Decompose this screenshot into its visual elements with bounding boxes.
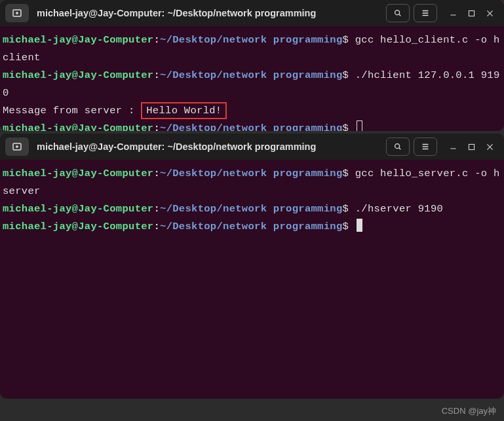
prompt-path: ~/Desktop/network programming — [160, 69, 342, 81]
prompt-dollar: $ — [343, 69, 349, 81]
svg-point-3 — [395, 10, 400, 15]
prompt-path: ~/Desktop/network programming — [160, 34, 342, 46]
terminal-line: michael-jay@Jay-Computer:~/Desktop/netwo… — [3, 165, 501, 200]
prompt-user: michael-jay@Jay-Computer — [3, 122, 153, 131]
prompt-path: ~/Desktop/network programming — [160, 203, 342, 215]
terminal-window-server: michael-jay@Jay-Computer: ~/Desktop/netw… — [0, 134, 504, 399]
terminal-line: michael-jay@Jay-Computer:~/Desktop/netwo… — [3, 200, 501, 218]
prompt-dollar: $ — [343, 221, 349, 232]
prompt-path: ~/Desktop/network programming — [160, 221, 342, 232]
new-tab-button[interactable] — [5, 4, 29, 22]
prompt-path: ~/Desktop/network programming — [160, 168, 342, 179]
terminal-window-client: michael-jay@Jay-Computer: ~/Desktop/netw… — [0, 0, 504, 131]
close-button[interactable] — [484, 8, 495, 18]
svg-line-4 — [399, 14, 401, 16]
prompt-user: michael-jay@Jay-Computer — [3, 221, 153, 232]
prompt-dollar: $ — [343, 34, 349, 46]
titlebar: michael-jay@Jay-Computer: ~/Desktop/netw… — [0, 134, 504, 160]
cursor-icon — [357, 120, 362, 131]
search-button[interactable] — [386, 137, 410, 156]
prompt-dollar: $ — [343, 168, 349, 179]
prompt-colon: : — [153, 69, 160, 81]
prompt-user: michael-jay@Jay-Computer — [3, 168, 153, 179]
prompt-dollar: $ — [343, 122, 349, 131]
minimize-button[interactable] — [448, 8, 458, 18]
search-button[interactable] — [386, 4, 410, 22]
close-button[interactable] — [484, 141, 495, 152]
prompt-colon: : — [153, 221, 160, 232]
prompt-dollar: $ — [343, 203, 349, 215]
minimize-button[interactable] — [448, 141, 458, 152]
svg-rect-9 — [469, 10, 474, 16]
prompt-user: michael-jay@Jay-Computer — [3, 69, 153, 81]
maximize-button[interactable] — [466, 141, 476, 152]
prompt-user: michael-jay@Jay-Computer — [3, 203, 153, 215]
window-controls — [448, 8, 495, 18]
terminal-line: Message from server : Hello World! — [3, 102, 501, 120]
menu-button[interactable] — [414, 137, 437, 156]
terminal-line: michael-jay@Jay-Computer:~/Desktop/netwo… — [3, 218, 501, 236]
prompt-path: ~/Desktop/network programming — [160, 122, 342, 131]
watermark: CSDN @jay神 — [442, 405, 496, 417]
command-text: ./hserver 9190 — [349, 203, 443, 215]
prompt-colon: : — [153, 122, 160, 131]
titlebar: michael-jay@Jay-Computer: ~/Desktop/netw… — [0, 0, 504, 26]
maximize-button[interactable] — [466, 8, 476, 18]
window-title: michael-jay@Jay-Computer: ~/Desktop/netw… — [31, 8, 382, 18]
menu-button[interactable] — [414, 4, 437, 22]
svg-rect-21 — [469, 144, 474, 149]
window-title: michael-jay@Jay-Computer: ~/Desktop/netw… — [31, 141, 382, 152]
cursor-icon — [357, 219, 362, 232]
output-text: Message from server : — [3, 105, 141, 117]
terminal-line: michael-jay@Jay-Computer:~/Desktop/netwo… — [3, 67, 501, 102]
new-tab-button[interactable] — [5, 137, 29, 156]
window-controls — [448, 141, 495, 152]
svg-point-15 — [395, 144, 400, 149]
prompt-colon: : — [153, 34, 160, 46]
terminal-line: michael-jay@Jay-Computer:~/Desktop/netwo… — [3, 31, 501, 67]
terminal-content[interactable]: michael-jay@Jay-Computer:~/Desktop/netwo… — [0, 26, 504, 131]
prompt-colon: : — [153, 203, 160, 215]
terminal-line: michael-jay@Jay-Computer:~/Desktop/netwo… — [3, 120, 501, 131]
prompt-user: michael-jay@Jay-Computer — [3, 34, 153, 46]
svg-line-16 — [399, 148, 401, 150]
highlighted-output: Hello World! — [141, 102, 227, 119]
prompt-colon: : — [153, 168, 160, 179]
terminal-content[interactable]: michael-jay@Jay-Computer:~/Desktop/netwo… — [0, 160, 504, 241]
